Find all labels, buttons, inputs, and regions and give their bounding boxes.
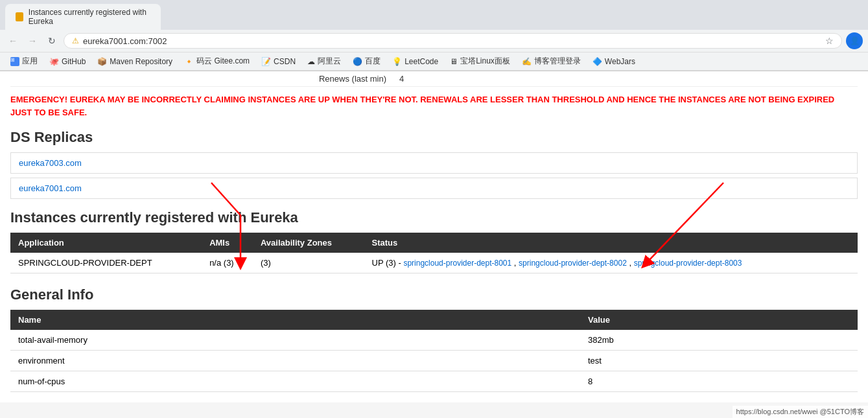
eureka-body: Renews (last min) 4 EMERGENCY! EUREKA MA…	[0, 71, 868, 402]
table-row: num-of-cpus 8	[10, 371, 858, 392]
renews-label: Renews (last min)	[10, 74, 399, 84]
general-info-body: total-avail-memory 382mb environment tes…	[10, 330, 858, 392]
browser-chrome: Instances currently registered with Eure…	[0, 0, 868, 71]
general-info-header: Name Value	[10, 310, 858, 330]
table-row: SPRINGCLOUD-PROVIDER-DEPT n/a (3) (3) UP…	[10, 253, 858, 273]
bookmarks-bar: ⊞ 应用 🐙 GitHub 📦 Maven Repository 🔸 码云 Gi…	[0, 52, 868, 71]
bookmark-label: Maven Repository	[110, 57, 172, 66]
instance-link-8003[interactable]: springcloud-provider-dept-8003	[634, 259, 742, 268]
tab-favicon	[16, 12, 23, 21]
bookmark-label: 应用	[22, 56, 38, 67]
forward-button[interactable]: →	[25, 33, 40, 49]
bookmark-bt[interactable]: 🖥 宝塔Linux面板	[445, 54, 515, 69]
url-text: eureka7001.com:7002	[83, 36, 821, 46]
replica-link-7001[interactable]: eureka7001.com	[19, 183, 82, 193]
col-status: Status	[364, 233, 858, 253]
info-name-cell: environment	[10, 351, 580, 371]
status-cell: UP (3) - springcloud-provider-dept-8001 …	[364, 253, 858, 273]
info-value-cell: 382mb	[580, 330, 858, 351]
amis-cell: n/a (3)	[202, 253, 253, 273]
separator-1: ,	[514, 258, 519, 268]
info-value-cell: 8	[580, 371, 858, 392]
col-application: Application	[10, 233, 202, 253]
app-name-cell: SPRINGCLOUD-PROVIDER-DEPT	[10, 253, 202, 273]
bookmark-webjars[interactable]: 🔷 WebJars	[587, 55, 640, 68]
bookmark-label: GitHub	[62, 57, 86, 66]
instances-section: Application AMIs Availability Zones Stat…	[10, 233, 858, 273]
bookmark-leetcode[interactable]: 💡 LeetCode	[387, 55, 443, 68]
bookmark-label: WebJars	[605, 57, 635, 66]
baidu-icon: 🔵	[353, 57, 362, 66]
zones-cell: (3)	[253, 253, 364, 273]
bookmark-aliyun[interactable]: ☁ 阿里云	[302, 54, 346, 69]
general-info-header-row: Name Value	[10, 310, 858, 330]
tab-title: Instances currently registered with Eure…	[29, 8, 150, 26]
col-name: Name	[10, 310, 580, 330]
gitee-icon: 🔸	[184, 57, 194, 66]
replica-item-7003: eureka7003.com	[10, 152, 858, 174]
info-name-cell: num-of-cpus	[10, 371, 580, 392]
status-text: UP (3) -	[372, 258, 404, 268]
bookmark-star-icon[interactable]: ☆	[825, 36, 834, 46]
instances-table: Application AMIs Availability Zones Stat…	[10, 233, 858, 273]
separator-2: ,	[629, 258, 633, 268]
emergency-banner: EMERGENCY! EUREKA MAY BE INCORRECTLY CLA…	[10, 93, 858, 119]
info-name-cell: total-avail-memory	[10, 330, 580, 351]
bookmark-label: 阿里云	[318, 56, 341, 67]
col-availability-zones: Availability Zones	[253, 233, 364, 253]
info-value-cell: test	[580, 351, 858, 371]
instance-link-8002[interactable]: springcloud-provider-dept-8002	[519, 259, 627, 268]
bookmark-label: 宝塔Linux面板	[460, 56, 510, 67]
webjars-icon: 🔷	[592, 57, 602, 66]
ds-replicas-title: DS Replicas	[10, 129, 858, 146]
bookmark-label: LeetCode	[405, 57, 438, 66]
renews-value: 4	[399, 74, 404, 84]
col-amis: AMIs	[202, 233, 253, 253]
apps-icon: ⊞	[10, 57, 19, 66]
active-tab[interactable]: Instances currently registered with Eure…	[5, 4, 161, 30]
general-info-table: Name Value total-avail-memory 382mb envi…	[10, 310, 858, 392]
replica-item-7001: eureka7001.com	[10, 178, 858, 199]
reload-button[interactable]: ↻	[44, 33, 60, 49]
bookmark-label: 码云 Gitee.com	[196, 56, 250, 67]
bookmark-csdn[interactable]: 📝 CSDN	[256, 55, 301, 68]
address-bar-row: ← → ↻ ⚠ eureka7001.com:7002 ☆ 👤	[0, 30, 868, 52]
instance-link-8001[interactable]: springcloud-provider-dept-8001	[403, 259, 511, 268]
col-value: Value	[580, 310, 858, 330]
table-row: environment test	[10, 351, 858, 371]
page-content: Renews (last min) 4 EMERGENCY! EUREKA MA…	[0, 71, 868, 402]
address-box[interactable]: ⚠ eureka7001.com:7002 ☆	[64, 33, 842, 49]
bookmark-github[interactable]: 🐙 GitHub	[44, 55, 91, 68]
csdn-icon: 📝	[261, 57, 271, 66]
bookmark-gitee[interactable]: 🔸 码云 Gitee.com	[179, 54, 255, 69]
instances-table-body: SPRINGCLOUD-PROVIDER-DEPT n/a (3) (3) UP…	[10, 253, 858, 273]
table-row: total-avail-memory 382mb	[10, 330, 858, 351]
github-icon: 🐙	[49, 57, 59, 66]
general-info-title: General Info	[10, 286, 858, 303]
profile-icon[interactable]: 👤	[846, 32, 863, 49]
bookmark-label: CSDN	[274, 57, 296, 66]
bookmark-label: 百度	[365, 56, 381, 67]
bookmark-apps[interactable]: ⊞ 应用	[5, 54, 43, 69]
bookmark-maven[interactable]: 📦 Maven Repository	[92, 55, 178, 68]
instances-title: Instances currently registered with Eure…	[10, 209, 858, 226]
instances-table-header: Application AMIs Availability Zones Stat…	[10, 233, 858, 253]
bookmark-baidu[interactable]: 🔵 百度	[347, 54, 386, 69]
maven-icon: 📦	[97, 57, 107, 66]
back-button[interactable]: ←	[5, 33, 21, 49]
replica-link-7003[interactable]: eureka7003.com	[19, 158, 82, 168]
leetcode-icon: 💡	[392, 57, 402, 66]
instances-header-row: Application AMIs Availability Zones Stat…	[10, 233, 858, 253]
renews-row: Renews (last min) 4	[10, 71, 858, 87]
bookmark-blog[interactable]: ✍ 博客管理登录	[517, 54, 586, 69]
bookmark-label: 博客管理登录	[534, 56, 581, 67]
bt-icon: 🖥	[450, 57, 458, 66]
aliyun-icon: ☁	[307, 57, 315, 66]
tab-bar: Instances currently registered with Eure…	[0, 0, 868, 30]
security-icon: ⚠	[72, 36, 79, 45]
blog-icon: ✍	[522, 57, 532, 66]
